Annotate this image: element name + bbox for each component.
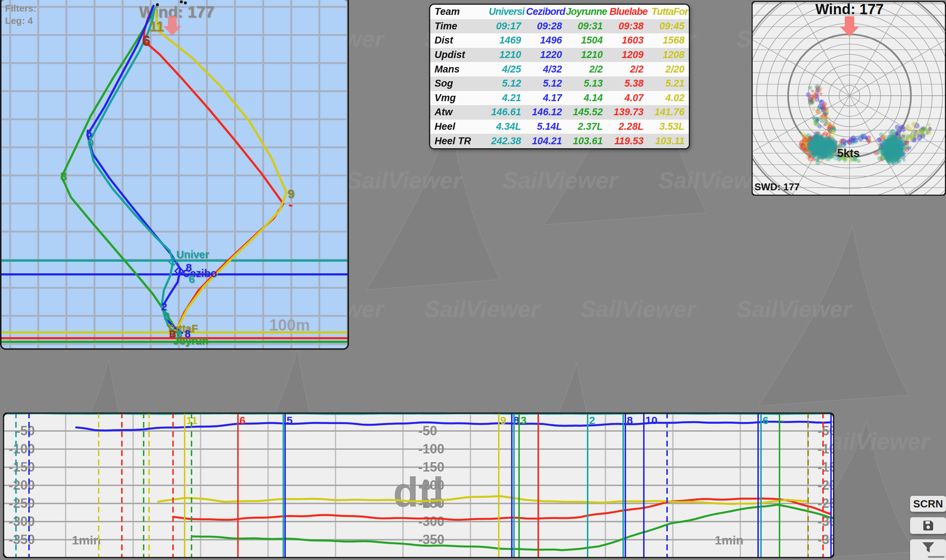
stat-cell: 4.17 — [526, 92, 566, 104]
team-name-Cezibord: Cezibord — [525, 6, 566, 17]
team-name-TuttaFor: TuttaFor — [648, 6, 689, 17]
stat-cell: 5.12 — [485, 78, 526, 89]
table-corner-label: Team — [430, 6, 485, 17]
course-mark — [180, 0, 183, 3]
table-row: TeamUniversiCezibordJoyrunneBluelabeTutt… — [430, 5, 689, 19]
dtl-y-label: -350 — [818, 532, 834, 547]
stat-cell: 4.14 — [566, 92, 607, 104]
stat-cell: 09:17 — [485, 21, 526, 32]
table-row: Time09:1709:2809:3109:3809:45 — [430, 19, 689, 34]
dtl-y-label: -200 — [418, 478, 444, 492]
dtl-event-label: 6 — [762, 414, 769, 426]
dtl-y-label: -150 — [9, 460, 35, 474]
dtl-y-label: -50 — [818, 423, 834, 438]
stat-cell: 4.21 — [485, 92, 526, 104]
map-scale-label: 100m — [269, 316, 310, 334]
screenshot-button[interactable]: SCRN — [910, 496, 946, 512]
dtl-chart-panel[interactable]: dtl-50-100-150-200-250-300-350-50-100-15… — [3, 412, 834, 558]
map-track-label: - — [289, 197, 293, 212]
stat-cell: 09:31 — [566, 21, 607, 32]
filter-button[interactable] — [910, 539, 946, 560]
table-row: Mans4/254/322/22/22/20 — [430, 62, 689, 77]
dtl-event-label: 10 — [645, 414, 657, 426]
stat-cell: 2.37L — [566, 121, 607, 132]
stat-cell: 1210 — [485, 49, 526, 60]
table-row: Atw146.61146.12145.52139.73141.76 — [430, 105, 689, 120]
dtl-minute-label: 1min — [715, 533, 743, 547]
text-watermark: SailViewer — [580, 296, 697, 322]
stat-cell: 09:28 — [526, 21, 566, 32]
stat-cell: 5.14L — [526, 121, 566, 132]
map-leg-label: Leg: 4 — [5, 15, 33, 26]
stat-cell: 103.61 — [566, 135, 607, 147]
dtl-y-label: -250 — [818, 496, 834, 511]
table-row: Vmg4.214.174.144.074.02 — [430, 91, 689, 106]
stat-cell: 146.12 — [526, 106, 566, 118]
polar-speed-ring-label: 5kts — [837, 147, 860, 160]
stat-cell: 5.13 — [566, 78, 607, 89]
stat-cell: 2/2 — [566, 64, 607, 75]
map-filters-label: Filters: — [5, 3, 37, 14]
stats-table: TeamUniversiCezibordJoyrunneBluelabeTutt… — [429, 4, 690, 149]
stat-cell: 103.11 — [648, 135, 689, 147]
dtl-event-label: 5 — [287, 414, 293, 426]
stat-cell: 4.34L — [485, 121, 526, 132]
text-watermark: SailViewer — [346, 168, 463, 194]
dtl-y-label: -200 — [9, 478, 35, 492]
map-track-label: Cezibo — [182, 268, 217, 279]
stat-cell: 1504 — [566, 35, 607, 46]
stat-cell: 1208 — [648, 49, 689, 60]
map-track-label: 6 — [142, 32, 150, 49]
dtl-y-label: -200 — [818, 478, 834, 492]
stat-cell: 1220 — [526, 49, 566, 60]
stat-row-label: Mans — [430, 64, 485, 75]
stat-cell: 145.52 — [566, 106, 607, 118]
stat-cell: 1496 — [526, 35, 566, 46]
stat-cell: 4/32 — [526, 64, 566, 75]
table-row: Updist12101220121012091208 — [430, 48, 689, 62]
text-watermark: SailViewer — [424, 296, 541, 322]
stat-cell: 2/20 — [648, 64, 689, 75]
stat-cell: 4.07 — [607, 92, 648, 104]
stat-row-label: Time — [430, 21, 485, 32]
dtl-y-label: -150 — [418, 460, 444, 474]
team-name-Universi: Universi — [485, 6, 525, 17]
stat-cell: 5.21 — [648, 78, 689, 89]
table-row: Sog5.125.125.135.385.21 — [430, 77, 689, 91]
race-map-panel[interactable]: Wind: 177100mFilters:Leg: 41165939-Unive… — [0, 0, 349, 350]
filter-menu-bar — [928, 556, 944, 558]
table-row: Dist14691496150416031568 — [430, 33, 689, 48]
dtl-y-label: -300 — [9, 514, 35, 529]
dtl-y-label: -50 — [16, 423, 35, 438]
stat-row-label: Heel TR — [430, 135, 485, 147]
stat-row-label: Updist — [430, 49, 485, 60]
save-button[interactable] — [910, 517, 946, 534]
text-watermark: SailViewer — [736, 296, 853, 322]
stat-cell: 119.53 — [607, 135, 648, 147]
dtl-event-label: - — [781, 414, 785, 426]
screenshot-button-label: SCRN — [913, 498, 943, 510]
stat-row-label: Atw — [430, 106, 485, 118]
course-mark — [184, 2, 187, 5]
stat-cell: 1210 — [566, 49, 607, 60]
stat-cell: 141.76 — [648, 106, 689, 118]
stat-cell: 139.73 — [607, 106, 648, 118]
map-track-label: 6 — [188, 273, 195, 285]
stat-cell: 09:45 — [648, 21, 689, 32]
stat-cell: 2.28L — [607, 121, 648, 132]
polar-plot-panel[interactable]: Wind: 1775ktsSWD: 177 — [752, 1, 946, 196]
map-track-label: 2 — [164, 310, 170, 322]
dtl-event-label: 3 — [520, 414, 527, 426]
map-track-label: 9 — [87, 137, 94, 149]
polar-swd-label: SWD: 177 — [755, 182, 800, 192]
dtl-minute-label: 1min — [72, 533, 100, 547]
stat-cell: 4/25 — [485, 64, 526, 75]
text-watermark: SailViewer — [502, 168, 619, 194]
stat-cell: 1568 — [648, 35, 689, 46]
stat-row-label: Sog — [430, 78, 485, 89]
dtl-y-label: -250 — [418, 496, 444, 511]
stat-cell: 242.38 — [485, 135, 526, 147]
stat-cell: 5.38 — [607, 78, 648, 89]
course-mark — [156, 3, 159, 6]
stat-cell: 4.02 — [648, 92, 689, 104]
